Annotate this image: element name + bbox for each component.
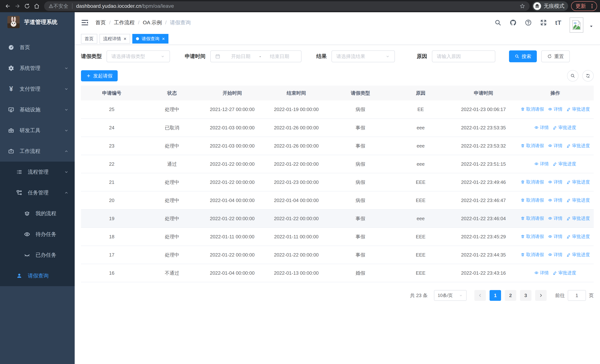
date-start-placeholder[interactable]: 开始日期 [224,53,258,60]
approval-progress-link[interactable]: 审批进度 [566,179,590,185]
sidebar-item-3[interactable]: 基础设施 [0,99,75,120]
table-row: 21处理中2022-01-22 00:00:002022-01-23 00:00… [81,173,594,191]
avatar[interactable] [570,18,583,33]
font-size-icon[interactable]: tT [555,19,562,26]
goto-page-input[interactable] [568,290,586,301]
face-icon [23,210,31,217]
table-refresh-icon[interactable] [582,70,594,82]
next-page-button[interactable] [535,290,547,301]
sidebar-item-11[interactable]: 请假查询 [0,265,75,286]
logo[interactable]: 芋道管理系统 [0,12,75,32]
cancel-leave-link[interactable]: 取消请假 [521,233,544,239]
detail-link[interactable]: 详情 [548,106,562,112]
detail-link[interactable]: 详情 [548,252,562,258]
reset-button[interactable]: 重置 [541,50,570,62]
update-button[interactable]: 更新 [571,1,597,11]
sidebar-item-8[interactable]: 我的流程 [0,203,75,224]
leave-type-select[interactable]: 请选择请假类型 [107,50,170,62]
apply-time-range-picker[interactable]: 开始日期 - 结束日期 [210,50,301,62]
sidebar-item-1[interactable]: 系统管理 [0,58,75,79]
address-bar[interactable]: 不安全 dashboard.yudao.iocoder.cn/bpm/oa/le… [44,1,530,11]
column-header-2: 开始时间 [201,86,263,101]
page-size-select[interactable]: 10条/页 [434,290,467,301]
breadcrumb-item-2[interactable]: OA 示例 [143,19,162,26]
tab-2[interactable]: 请假查询× [132,34,169,44]
github-icon[interactable] [510,19,517,26]
approval-progress-link[interactable]: 审批进度 [553,270,576,276]
reload-icon[interactable] [22,1,32,11]
approval-progress-link[interactable]: 审批进度 [566,252,590,258]
page-button-3[interactable]: 3 [520,290,531,301]
cell-apply_time: 2022-01-22 23:53:35 [450,119,517,137]
cancel-leave-link[interactable]: 取消请假 [521,143,544,149]
app-title: 芋道管理系统 [24,18,57,26]
close-icon[interactable]: × [162,36,165,41]
cell-reason: eee [391,155,450,173]
sidebar-item-4[interactable]: 研发工具 [0,120,75,141]
approval-progress-link[interactable]: 审批进度 [566,197,590,203]
not-secure-warning-icon[interactable] [48,4,53,9]
detail-link[interactable]: 详情 [534,125,549,131]
sidebar-item-10[interactable]: 已办任务 [0,245,75,265]
home-icon[interactable] [32,1,41,11]
sidebar-item-0[interactable]: 首页 [0,37,75,58]
cancel-leave-link[interactable]: 取消请假 [521,197,544,203]
search-icon[interactable] [494,19,501,26]
approval-progress-link[interactable]: 审批进度 [566,215,590,221]
detail-link[interactable]: 详情 [534,161,549,167]
collapse-menu-icon[interactable] [81,19,89,27]
approval-progress-link[interactable]: 审批进度 [566,143,590,149]
approval-progress-link[interactable]: 审批进度 [566,233,590,239]
cell-apply_time: 2022-01-22 23:46:04 [450,209,517,228]
sidebar-item-9[interactable]: 待办任务 [0,224,75,245]
sidebar-item-label: 基础设施 [20,106,40,113]
detail-link[interactable]: 详情 [548,143,562,149]
security-label[interactable]: 不安全 [53,3,68,9]
detail-link[interactable]: 详情 [548,197,562,203]
tab-1[interactable]: 流程详情× [100,34,130,44]
sidebar-item-6[interactable]: 流程管理 [0,162,75,182]
breadcrumb: 首页/工作流程/OA 示例/请假查询 [95,19,191,26]
detail-link[interactable]: 详情 [548,215,562,221]
forward-icon[interactable] [13,1,22,11]
page-button-2[interactable]: 2 [505,290,516,301]
search-button[interactable]: 搜索 [509,50,537,62]
cancel-leave-link[interactable]: 取消请假 [521,179,544,185]
sidebar-item-2[interactable]: ¥支付管理 [0,79,75,99]
cell-reason: EEE [391,228,450,246]
page-button-1[interactable]: 1 [489,290,501,301]
tab-0[interactable]: 首页 [81,34,97,44]
sidebar-item-5[interactable]: 工作流程 [0,141,75,162]
caret-down-icon[interactable] [589,24,594,29]
incognito-label: 无痕模式 [544,3,564,10]
table-search-toggle-icon[interactable] [567,70,579,82]
approval-progress-link[interactable]: 审批进度 [553,161,576,167]
back-icon[interactable] [3,1,13,11]
close-icon[interactable]: × [124,36,126,41]
date-end-placeholder[interactable]: 结束日期 [262,53,297,60]
cancel-leave-link[interactable]: 取消请假 [521,252,544,258]
cell-end: 2022-01-26 00:00:00 [263,137,330,155]
gear-icon [7,65,15,71]
table-row: 20处理中2022-01-04 00:00:002022-01-04 00:00… [81,191,594,209]
result-select[interactable]: 请选择流结果 [331,50,395,62]
create-leave-button[interactable]: 发起请假 [81,70,118,81]
approval-progress-link[interactable]: 审批进度 [553,125,576,131]
detail-link[interactable]: 详情 [548,179,562,185]
browser-menu-icon[interactable] [589,3,595,9]
breadcrumb-item-0[interactable]: 首页 [95,19,106,26]
cancel-leave-link[interactable]: 取消请假 [521,215,544,221]
sidebar-item-label: 流程管理 [28,168,48,176]
approval-progress-link[interactable]: 审批进度 [566,106,590,112]
detail-link[interactable]: 详情 [534,270,549,276]
bookmark-star-icon[interactable] [520,3,525,9]
fullscreen-icon[interactable] [540,19,547,26]
cancel-leave-link[interactable]: 取消请假 [521,106,544,112]
help-icon[interactable] [525,19,532,26]
sidebar-item-7[interactable]: 任务管理 [0,182,75,203]
prev-page-button[interactable] [474,290,486,301]
reason-input[interactable] [432,51,495,62]
breadcrumb-item-1[interactable]: 工作流程 [114,19,135,26]
url-text[interactable]: dashboard.yudao.iocoder.cn/bpm/oa/leave [76,3,174,9]
detail-link[interactable]: 详情 [548,233,562,239]
